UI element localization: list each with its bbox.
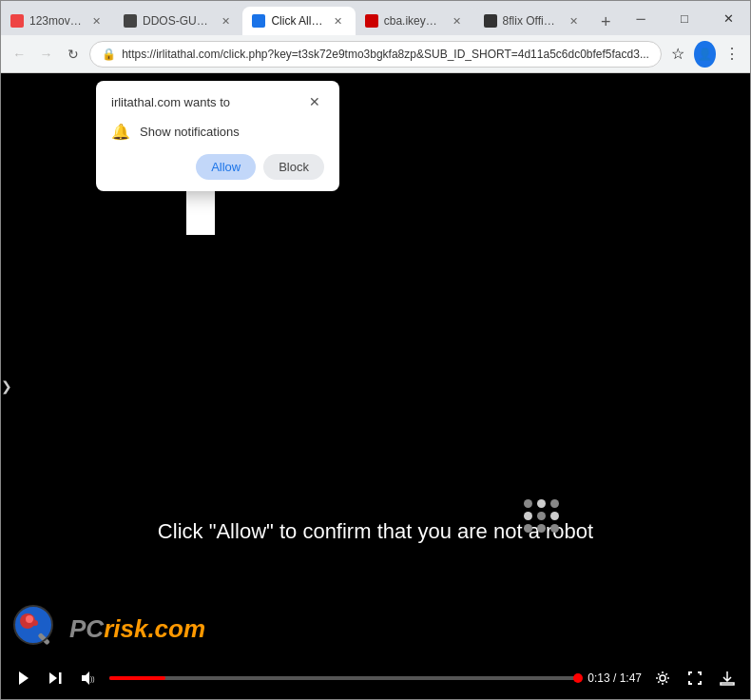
video-progress-thumb [573, 673, 583, 683]
browser-frame: 123movies ✕ DDOS-GUA... ✕ Click Allow ✕ … [0, 0, 751, 700]
address-input[interactable]: 🔒 https://irlitathal.com/click.php?key=t… [89, 41, 662, 68]
address-bar: ← → ↻ 🔒 https://irlitathal.com/click.php… [1, 35, 750, 73]
pcrisk-gray-text: PC [69, 614, 104, 643]
allow-button[interactable]: Allow [196, 154, 256, 180]
pcrisk-logo: PCrisk.com [12, 604, 205, 653]
video-current-time: 0:13 [587, 671, 609, 685]
settings-button[interactable] [651, 667, 674, 690]
video-time-display: 0:13 / 1:47 [587, 671, 642, 685]
video-progress-fill [109, 676, 165, 680]
tab-favicon-bflix [484, 14, 497, 28]
dot-4 [524, 512, 532, 520]
tab-favicon-clickallow [252, 14, 265, 28]
svg-point-4 [32, 620, 38, 626]
tab-close-cba[interactable]: ✕ [450, 13, 465, 29]
new-tab-button[interactable]: + [592, 9, 619, 35]
bookmark-button[interactable]: ☆ [667, 41, 688, 68]
svg-rect-9 [59, 672, 62, 684]
popup-buttons: Allow Block [111, 154, 324, 180]
dot-5 [537, 512, 546, 520]
pcrisk-text: PCrisk.com [69, 614, 205, 644]
tab-cba[interactable]: cba.ikeym... ✕ [356, 7, 474, 35]
content-area: irlitathal.com wants to ✕ 🔔 Show notific… [1, 73, 750, 699]
video-progress-bar[interactable] [109, 676, 578, 680]
svg-point-3 [26, 615, 33, 623]
profile-button[interactable]: 👤 [694, 41, 715, 68]
tab-favicon-cba [365, 14, 378, 28]
fullscreen-button[interactable] [684, 667, 706, 690]
minimize-button[interactable]: ─ [619, 1, 663, 35]
dot-1 [524, 499, 532, 508]
address-url: https://irlitathal.com/click.php?key=t3s… [122, 48, 649, 61]
dot-8 [537, 524, 546, 533]
tab-bar: 123movies ✕ DDOS-GUA... ✕ Click Allow ✕ … [1, 1, 750, 35]
bell-icon: 🔔 [111, 123, 130, 141]
back-button[interactable]: ← [9, 41, 29, 68]
menu-button[interactable]: ⋮ [722, 41, 742, 68]
tab-label-bflix: 8flix Offici... [503, 14, 561, 28]
tab-ddos[interactable]: DDOS-GUA... ✕ [114, 7, 242, 35]
svg-marker-10 [82, 671, 89, 685]
tab-close-ddos[interactable]: ✕ [218, 13, 233, 29]
tab-close-bflix[interactable]: ✕ [566, 13, 581, 29]
tab-label-ddos: DDOS-GUA... [143, 14, 212, 28]
download-button[interactable] [716, 667, 739, 690]
settings-icon [655, 671, 670, 686]
dot-2 [537, 499, 546, 508]
forward-button[interactable]: → [35, 41, 56, 68]
maximize-button[interactable]: □ [663, 1, 706, 35]
video-controls: )) 0:13 / 1:47 [1, 657, 750, 699]
pcrisk-orange-text: risk.com [104, 614, 205, 643]
tab-favicon-123movies [10, 14, 24, 28]
download-icon [720, 671, 735, 686]
next-icon [48, 671, 64, 686]
loading-spinner [524, 499, 560, 533]
dot-3 [550, 499, 559, 508]
block-button[interactable]: Block [263, 154, 324, 180]
instruction-text: Click "Allow" to confirm that you are no… [48, 517, 703, 547]
svg-marker-7 [19, 671, 29, 685]
svg-marker-8 [49, 672, 57, 684]
tab-close-123movies[interactable]: ✕ [89, 13, 105, 29]
security-icon: 🔒 [102, 48, 116, 61]
tab-label-clickallow: Click Allow [271, 14, 324, 28]
video-total-time: 1:47 [620, 671, 642, 685]
tab-bflix[interactable]: 8flix Offici... ✕ [474, 7, 591, 35]
tab-close-clickallow[interactable]: ✕ [331, 13, 346, 29]
spinner-dots [524, 499, 560, 533]
close-button[interactable]: ✕ [706, 1, 750, 35]
refresh-button[interactable]: ↻ [63, 41, 84, 68]
pcrisk-icon [12, 604, 62, 653]
tab-123movies[interactable]: 123movies ✕ [1, 7, 114, 35]
dot-9 [550, 524, 559, 533]
tab-label-cba: cba.ikeym... [384, 14, 444, 28]
tab-clickallow[interactable]: Click Allow ✕ [242, 7, 355, 35]
popup-close-button[interactable]: ✕ [305, 92, 324, 111]
sidebar-expand-icon[interactable]: ❯ [1, 379, 12, 394]
dot-7 [524, 524, 532, 533]
svg-point-12 [660, 675, 665, 681]
dot-6 [550, 512, 559, 520]
fullscreen-icon [687, 671, 703, 686]
notification-popup: irlitathal.com wants to ✕ 🔔 Show notific… [96, 81, 339, 191]
tab-label-123movies: 123movies [29, 14, 84, 28]
svg-text:)): )) [90, 675, 95, 683]
volume-icon: )) [81, 671, 96, 686]
notification-item: 🔔 Show notifications [111, 123, 324, 141]
next-button[interactable] [45, 667, 67, 690]
volume-button[interactable]: )) [77, 667, 100, 690]
play-icon [16, 671, 31, 686]
popup-title: irlitathal.com wants to [111, 95, 230, 109]
window-controls: ─ □ ✕ [619, 1, 750, 35]
popup-header: irlitathal.com wants to ✕ [111, 92, 324, 111]
tab-favicon-ddos [124, 14, 137, 28]
notification-item-label: Show notifications [140, 125, 240, 139]
play-button[interactable] [12, 667, 35, 690]
